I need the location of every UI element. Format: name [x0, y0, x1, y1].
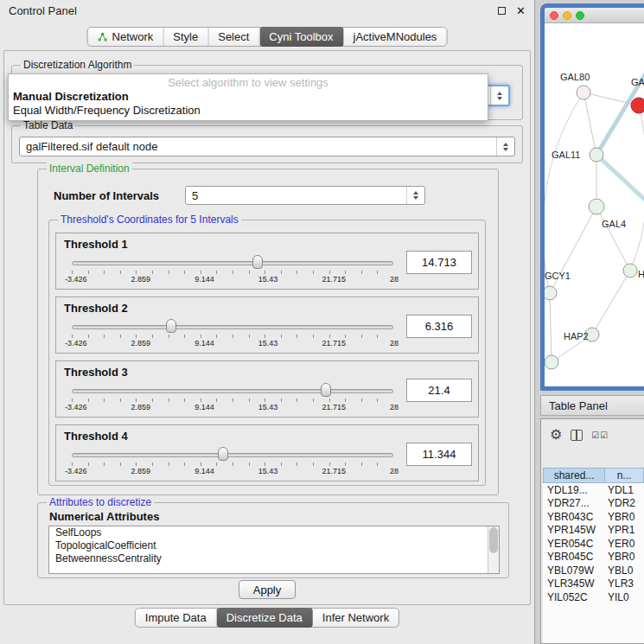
edge[interactable] [592, 271, 630, 335]
threshold-2-panel: Threshold 2 -3.4262.8599.14415.4321.7152… [55, 296, 479, 354]
panel-title: Control Panel [9, 4, 77, 17]
close-icon[interactable]: ✕ [516, 5, 526, 16]
node[interactable] [545, 355, 558, 369]
slider-thumb[interactable] [166, 319, 176, 333]
scale-label: -3.426 [65, 275, 87, 284]
columns-icon[interactable] [571, 430, 583, 441]
table-row[interactable]: YBL079WYBL0 [543, 564, 644, 577]
tab-impute-data[interactable]: Impute Data [136, 609, 217, 627]
slider-thumb[interactable] [321, 383, 331, 397]
slider-track[interactable] [72, 261, 393, 265]
threshold-1-value-field[interactable]: 14.713 [406, 251, 472, 274]
scale-label: -3.426 [65, 403, 87, 411]
attributes-group: Attributes to discretize Numerical Attri… [37, 502, 509, 578]
tab-network[interactable]: Network [88, 28, 164, 46]
minimize-traffic-light-icon[interactable] [563, 11, 571, 20]
node-gal80[interactable] [577, 86, 590, 99]
threshold-2-value-field[interactable]: 6.316 [406, 315, 472, 338]
slider-thumb[interactable] [218, 447, 228, 461]
column-header-name[interactable]: n... [605, 468, 644, 483]
scale-label: 2.859 [131, 339, 151, 348]
edge[interactable] [545, 92, 583, 293]
slider-track[interactable] [72, 453, 393, 457]
threshold-2-slider[interactable]: -3.4262.8599.14415.4321.71528 [72, 318, 393, 353]
cell: YIL0 [605, 591, 644, 603]
slider-thumb[interactable] [252, 255, 263, 269]
scrollbar-thumb[interactable] [489, 527, 498, 553]
gear-icon[interactable]: ⚙ [550, 428, 562, 442]
table-row[interactable]: YBR043CYBR0 [543, 510, 644, 524]
column-header-shared[interactable]: shared... [543, 468, 605, 483]
node-highlighted-red[interactable] [631, 98, 644, 113]
combo-stepper-icon [496, 137, 508, 156]
tab-cyni-toolbox[interactable]: Cyni Toolbox [259, 27, 343, 47]
node[interactable] [623, 264, 637, 277]
table-row[interactable]: YBR045CYBR0 [543, 551, 644, 564]
tab-network-label: Network [112, 30, 154, 43]
control-panel: Control Panel ✕ Network Style Se [0, 0, 535, 644]
edge[interactable] [583, 92, 596, 155]
list-scrollbar[interactable] [488, 526, 499, 573]
slider-scale: -3.4262.8599.14415.4321.71528 [65, 403, 399, 411]
table-data-select[interactable]: galFiltered.sif default node [19, 137, 515, 156]
slider-ticks [72, 462, 393, 466]
scale-label: -3.426 [65, 339, 87, 348]
tab-style-label: Style [173, 30, 198, 43]
scale-label: 2.859 [131, 403, 151, 411]
tab-infer-network[interactable]: Infer Network [313, 609, 399, 627]
network-canvas[interactable]: GAL80 GA GAL11 GAL4 GCY1 H HAP2 [545, 23, 644, 386]
tab-select[interactable]: Select [208, 28, 259, 46]
dropdown-option-equal-width[interactable]: Equal Width/Frequency Discretization [9, 104, 488, 118]
scale-label: 28 [390, 467, 399, 475]
node-gal11[interactable] [590, 148, 603, 162]
tab-style[interactable]: Style [163, 28, 208, 46]
dropdown-option-manual[interactable]: Manual Discretization [9, 90, 488, 104]
network-view-window: GAL80 GA GAL11 GAL4 GCY1 H HAP2 [540, 3, 644, 391]
tab-impute-label: Impute Data [145, 611, 207, 624]
table-panel-header: Table Panel [540, 395, 644, 416]
network-window-titlebar[interactable] [545, 8, 644, 23]
threshold-3-slider[interactable]: -3.4262.8599.14415.4321.71528 [72, 382, 393, 417]
tab-discretize-data[interactable]: Discretize Data [217, 608, 313, 628]
apply-button[interactable]: Apply [239, 580, 296, 599]
table-row[interactable]: YER054CYER0 [543, 537, 644, 551]
interval-definition-title: Interval Definition [47, 163, 132, 175]
table-row[interactable]: YDR27...YDR2 [543, 497, 644, 511]
node-gal4[interactable] [589, 199, 604, 214]
slider-ticks [72, 335, 393, 338]
threshold-2-label: Threshold 2 [64, 302, 128, 315]
tab-cyni-label: Cyni Toolbox [269, 30, 333, 43]
threshold-1-slider[interactable]: -3.4262.8599.14415.4321.71528 [72, 254, 393, 289]
edge[interactable] [550, 293, 552, 362]
close-traffic-light-icon[interactable] [550, 11, 558, 20]
slider-track[interactable] [72, 325, 393, 329]
table-panel-window: ⚙ ☑☑ shared... n... YDL19...YDL1 YDR27..… [540, 418, 644, 644]
threshold-4-value-field[interactable]: 11.344 [406, 443, 472, 466]
select-columns-icon[interactable]: ☑☑ [591, 430, 609, 440]
threshold-4-slider[interactable]: -3.4262.8599.14415.4321.71528 [72, 446, 393, 481]
threshold-3-value-field[interactable]: 21.4 [406, 379, 472, 402]
edge-thick[interactable] [596, 155, 644, 201]
right-region: GAL80 GA GAL11 GAL4 GCY1 H HAP2 Table Pa… [536, 0, 644, 644]
list-item[interactable]: SelfLoops [49, 526, 499, 539]
table-row[interactable]: YPR145WYPR1 [543, 524, 644, 538]
edge[interactable] [596, 207, 630, 271]
table-data-value: galFiltered.sif default node [26, 140, 491, 153]
algorithm-dropdown-popup: Select algorithm to view settings Manual… [8, 73, 488, 121]
node-gcy1[interactable] [545, 286, 557, 300]
slider-ticks [72, 399, 393, 402]
zoom-traffic-light-icon[interactable] [576, 11, 584, 20]
number-of-intervals-select[interactable]: 5 [185, 186, 425, 205]
slider-track[interactable] [72, 389, 393, 393]
float-panel-icon[interactable] [498, 7, 506, 15]
table-row[interactable]: YLR345WYLR3 [543, 577, 644, 591]
list-item[interactable]: BetweennessCentrality [49, 552, 499, 565]
cell: YBL0 [605, 564, 644, 577]
tab-jactivemnodules[interactable]: jActiveMNodules [344, 28, 447, 46]
scale-label: 15.43 [258, 403, 278, 411]
scale-label: 21.715 [322, 275, 346, 284]
table-row[interactable]: YIL052CYIL0 [543, 590, 644, 604]
list-item[interactable]: TopologicalCoefficient [49, 539, 499, 552]
table-row[interactable]: YDL19...YDL1 [543, 483, 644, 497]
dropdown-placeholder[interactable]: Select algorithm to view settings [9, 76, 488, 90]
